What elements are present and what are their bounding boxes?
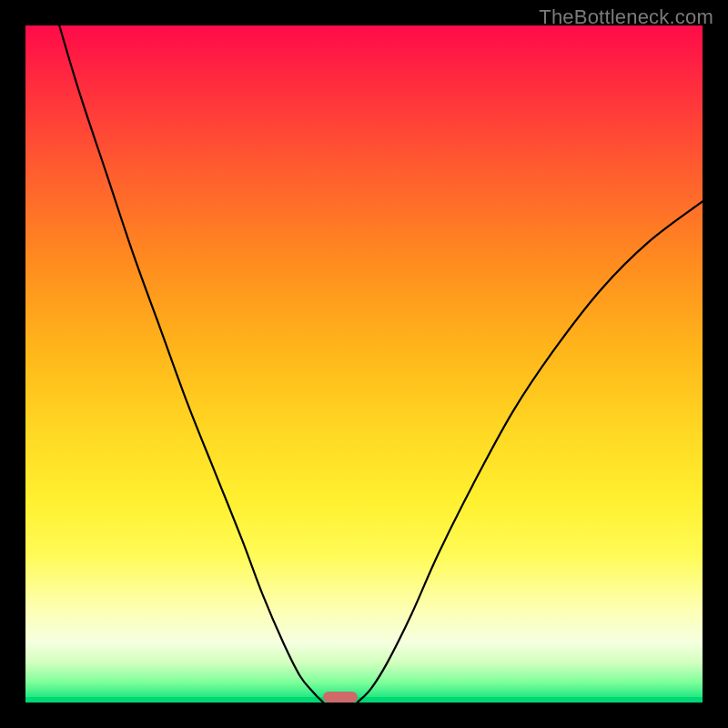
curve-right-branch (358, 201, 703, 703)
bottleneck-curve (25, 25, 703, 703)
curve-left-branch (59, 25, 323, 703)
plot-area (25, 25, 703, 703)
minimum-marker (323, 692, 357, 703)
